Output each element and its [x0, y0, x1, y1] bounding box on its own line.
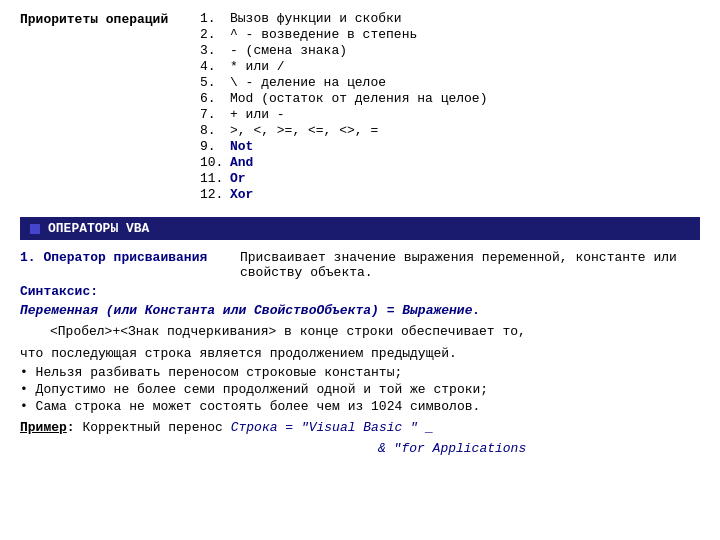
list-item: 5.\ - деление на целое [200, 75, 487, 90]
priority-label: Приоритеты операций [20, 10, 200, 203]
list-item: 9.Not [200, 139, 487, 154]
syntax-formula: Переменная (или Константа или СвойствоОб… [20, 303, 700, 318]
item-text: - (смена знака) [230, 43, 347, 58]
list-item: 3.- (смена знака) [200, 43, 487, 58]
list-item: 4.* или / [200, 59, 487, 74]
bullet-1: Нельзя разбивать переносом строковые кон… [20, 365, 700, 380]
item-text: Or [230, 171, 246, 186]
item-text: + или - [230, 107, 285, 122]
formula-text: Переменная (или Константа или СвойствоОб… [20, 303, 480, 318]
item-text: Xor [230, 187, 253, 202]
list-item: 2.^ - возведение в степень [200, 27, 487, 42]
desc-text: Присваивает значение выражения переменно… [240, 250, 677, 280]
item-text: And [230, 155, 253, 170]
item-text: Not [230, 139, 253, 154]
example-label: Пример [20, 420, 67, 435]
example-text: Корректный перенос [82, 420, 230, 435]
example-line: Пример: Корректный перенос Строка = "Vis… [20, 420, 700, 435]
operator-section: 1. Оператор присваивания Присваивает зна… [20, 250, 700, 456]
priority-list: 1.Вызов функции и скобки 2.^ - возведени… [200, 10, 487, 203]
bullet-2: Допустимо не более семи продолжений одно… [20, 382, 700, 397]
operator-desc: Присваивает значение выражения переменно… [240, 250, 700, 280]
item-text: Вызов функции и скобки [230, 11, 402, 26]
item-text: Mod (остаток от деления на целое) [230, 91, 487, 106]
operator-row: 1. Оператор присваивания Присваивает зна… [20, 250, 700, 280]
example-line2: & "for Applications [20, 441, 700, 456]
example-code2: & "for Applications [378, 441, 526, 456]
list-item: 8.>, <, >=, <=, <>, = [200, 123, 487, 138]
list-item: 6.Mod (остаток от деления на целое) [200, 91, 487, 106]
list-item: 1.Вызов функции и скобки [200, 11, 487, 26]
section-header-label: ОПЕРАТОРЫ VBA [48, 221, 149, 236]
section-header: ОПЕРАТОРЫ VBA [20, 217, 700, 240]
item-text: >, <, >=, <=, <>, = [230, 123, 378, 138]
indent-text: <Пробел>+<Знак подчеркивания> в конце ст… [50, 322, 700, 342]
example-code1: Строка = "Visual Basic " _ [231, 420, 434, 435]
list-item: 7.+ или - [200, 107, 487, 122]
list-item: 10.And [200, 155, 487, 170]
example-colon: : [67, 420, 75, 435]
list-item: 11.Or [200, 171, 487, 186]
blue-square-icon [30, 224, 40, 234]
item-text: ^ - возведение в степень [230, 27, 417, 42]
continuation-text: что последующая строка является продолже… [20, 344, 700, 364]
item-text: \ - деление на целое [230, 75, 386, 90]
syntax-label: Синтаксис: [20, 284, 700, 299]
item-text: * или / [230, 59, 285, 74]
bullet-3: Сама строка не может состоять более чем … [20, 399, 700, 414]
operator-title: 1. Оператор присваивания [20, 250, 240, 280]
list-item: 12.Xor [200, 187, 487, 202]
top-section: Приоритеты операций 1.Вызов функции и ск… [20, 10, 700, 203]
main-content: Приоритеты операций 1.Вызов функции и ск… [20, 10, 700, 456]
